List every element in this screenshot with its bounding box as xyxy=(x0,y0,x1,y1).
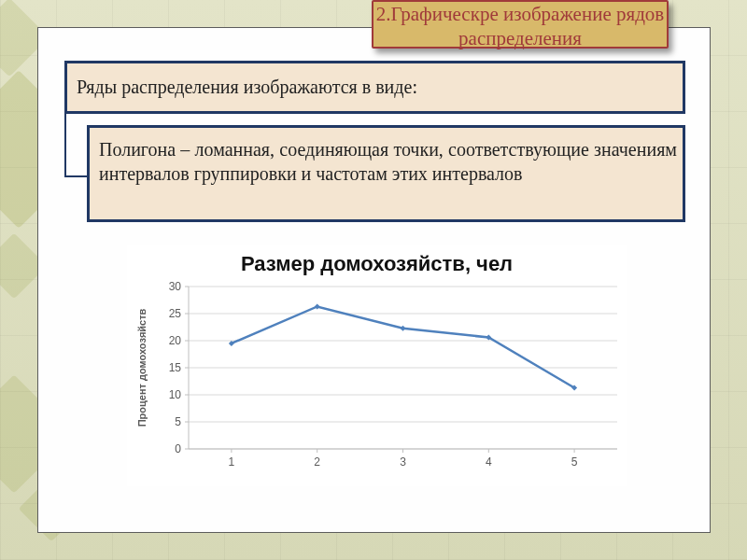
data-line xyxy=(232,306,574,387)
y-tick-label: 20 xyxy=(169,334,182,347)
heading-banner: 2.Графическре изображение рядов распреде… xyxy=(372,0,669,49)
chart-title: Размер домохозяйств, чел xyxy=(127,252,627,276)
intro-text: Ряды распределения изображаются в виде: xyxy=(77,77,417,97)
y-tick-label: 10 xyxy=(169,388,182,401)
y-tick-label: 0 xyxy=(175,442,181,455)
y-axis-label: Процент домохозяйств xyxy=(136,308,148,427)
x-tick-label: 3 xyxy=(400,455,406,469)
chart-container: Размер домохозяйств, чел 051015202530123… xyxy=(127,245,627,486)
slide-background: Ряды распределения изображаются в виде: … xyxy=(0,0,747,560)
x-tick-label: 4 xyxy=(486,455,492,469)
heading-text: 2.Графическре изображение рядов распреде… xyxy=(376,3,665,49)
data-marker xyxy=(401,326,406,331)
y-tick-label: 25 xyxy=(169,307,182,320)
y-tick-label: 30 xyxy=(169,281,182,293)
y-tick-label: 5 xyxy=(175,415,181,428)
definition-box: Полигона – ломанная, соединяющая точки, … xyxy=(87,125,685,222)
intro-box: Ряды распределения изображаются в виде: xyxy=(64,61,685,114)
chart-svg: 05101520253012345Процент домохозяйств xyxy=(127,281,627,486)
y-tick-label: 15 xyxy=(169,361,182,374)
x-tick-label: 1 xyxy=(229,455,235,469)
x-tick-label: 5 xyxy=(571,455,578,469)
definition-text: Полигона – ломанная, соединяющая точки, … xyxy=(99,139,677,184)
content-card: Ряды распределения изображаются в виде: … xyxy=(37,27,711,533)
x-tick-label: 2 xyxy=(314,455,320,469)
